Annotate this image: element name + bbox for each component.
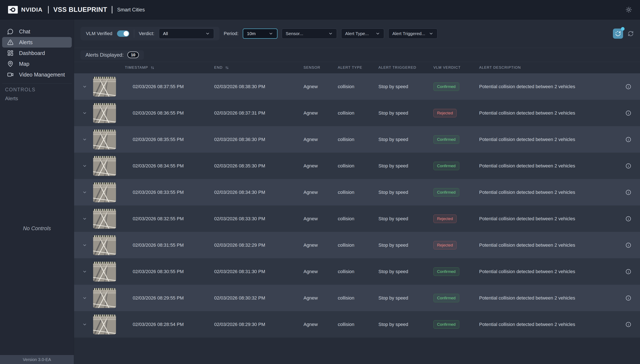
info-icon[interactable]: [626, 216, 631, 222]
chevron-down-icon[interactable]: [82, 137, 87, 142]
chevron-down-icon: [205, 31, 210, 36]
timestamp-cell: 02/03/2026 08:35:55 PM: [125, 137, 214, 142]
vlm-verdict-badge: Confirmed: [434, 82, 459, 91]
sensor-cell: Agnew: [304, 295, 338, 301]
column-header-timestamp[interactable]: TIMESTAMP: [125, 66, 214, 70]
sort-icon[interactable]: [150, 66, 155, 70]
alert-type-select[interactable]: Alert Type...: [341, 28, 384, 39]
alert-thumbnail[interactable]: [93, 77, 116, 96]
vlm-verdict-cell: Confirmed: [434, 320, 479, 329]
row-expand-cell: [80, 322, 89, 327]
auto-refresh-button[interactable]: [613, 28, 623, 39]
info-icon[interactable]: [626, 84, 631, 90]
sensor-select[interactable]: Sensor...: [282, 28, 337, 39]
info-icon[interactable]: [626, 242, 631, 248]
info-icon[interactable]: [626, 322, 631, 327]
table-row[interactable]: 02/03/2026 08:33:55 PM 02/03/2026 08:34:…: [74, 179, 640, 206]
table-row[interactable]: 02/03/2026 08:35:55 PM 02/03/2026 08:36:…: [74, 126, 640, 152]
chevron-down-icon[interactable]: [82, 190, 87, 195]
description-cell: Potential collision detected between 2 v…: [479, 190, 625, 195]
theme-toggle-sun-icon[interactable]: [626, 6, 632, 13]
sidebar-item-video-management[interactable]: Video Management: [2, 69, 72, 80]
alert-thumbnail[interactable]: [93, 314, 116, 334]
sensor-cell: Agnew: [304, 190, 338, 195]
alert-triggered-cell: Stop by speed: [378, 110, 434, 116]
table-row[interactable]: 02/03/2026 08:31:55 PM 02/03/2026 08:32:…: [74, 232, 640, 258]
sidebar-item-dashboard[interactable]: Dashboard: [2, 48, 72, 58]
table-row[interactable]: 02/03/2026 08:34:55 PM 02/03/2026 08:35:…: [74, 152, 640, 179]
table-row[interactable]: 02/03/2026 08:28:54 PM 02/03/2026 08:29:…: [74, 311, 640, 338]
verdict-label: Verdict:: [139, 31, 154, 36]
row-expand-cell: [80, 296, 89, 300]
sidebar-item-label: Video Management: [19, 72, 65, 78]
table-row[interactable]: 02/03/2026 08:36:55 PM 02/03/2026 08:37:…: [74, 100, 640, 126]
alert-thumbnail[interactable]: [93, 288, 116, 308]
sensor-cell: Agnew: [304, 216, 338, 222]
chevron-down-icon[interactable]: [82, 269, 87, 274]
timestamp-cell: 02/03/2026 08:34:55 PM: [125, 163, 214, 169]
sidebar-item-map[interactable]: Map: [2, 58, 72, 69]
table-row[interactable]: 02/03/2026 08:32:55 PM 02/03/2026 08:33:…: [74, 206, 640, 232]
vlm-verdict-badge: Confirmed: [434, 188, 459, 196]
end-cell: 02/03/2026 08:36:30 PM: [214, 137, 304, 142]
chevron-down-icon[interactable]: [82, 164, 87, 168]
table-row[interactable]: 02/03/2026 08:37:55 PM 02/03/2026 08:38:…: [74, 73, 640, 100]
info-cell: [625, 269, 634, 274]
alert-thumbnail[interactable]: [93, 130, 116, 150]
dashboard-grid-icon: [7, 50, 14, 56]
sidebar-item-alerts[interactable]: Alerts: [2, 37, 72, 48]
refresh-icon[interactable]: [628, 31, 634, 36]
chevron-down-icon: [375, 31, 380, 36]
sensor-cell: Agnew: [304, 137, 338, 142]
alert-thumbnail[interactable]: [93, 156, 116, 176]
alert-thumbnail[interactable]: [93, 235, 116, 255]
chevron-down-icon: [269, 31, 273, 36]
alert-type-placeholder: Alert Type...: [345, 31, 369, 36]
period-select[interactable]: 10m: [243, 28, 278, 39]
info-icon[interactable]: [626, 190, 631, 195]
column-header-end[interactable]: END: [214, 66, 304, 70]
period-label: Period:: [224, 31, 239, 36]
info-icon[interactable]: [626, 137, 631, 142]
sidebar-item-chat[interactable]: Chat: [2, 26, 72, 37]
alert-type-cell: collision: [338, 242, 378, 248]
alert-type-cell: collision: [338, 269, 378, 274]
alert-thumbnail[interactable]: [93, 209, 116, 229]
verdict-select[interactable]: All: [159, 28, 214, 39]
thumbnail-cell: [89, 77, 125, 96]
column-header-alert-description: ALERT DESCRIPTION: [479, 66, 625, 70]
vlm-verdict-badge: Rejected: [434, 214, 457, 223]
chevron-down-icon[interactable]: [82, 296, 87, 300]
chevron-down-icon[interactable]: [82, 243, 87, 248]
timestamp-cell: 02/03/2026 08:31:55 PM: [125, 242, 214, 248]
vlm-verdict-cell: Rejected: [434, 109, 479, 117]
version-footer: Version 3.0-EA: [0, 355, 74, 364]
info-icon[interactable]: [626, 110, 631, 116]
vlm-verdict-cell: Confirmed: [434, 294, 479, 302]
alerts-count-badge: 10: [127, 52, 139, 58]
table-row[interactable]: 02/03/2026 08:29:55 PM 02/03/2026 08:30:…: [74, 285, 640, 311]
chat-icon: [7, 28, 14, 35]
vlm-verified-toggle[interactable]: [117, 30, 129, 37]
info-icon[interactable]: [626, 163, 631, 169]
chevron-down-icon[interactable]: [82, 216, 87, 221]
info-icon[interactable]: [626, 269, 631, 274]
alert-type-cell: collision: [338, 137, 378, 142]
sort-icon[interactable]: [225, 66, 229, 70]
vlm-verified-label: VLM Verified: [86, 31, 112, 36]
thumbnail-cell: [89, 235, 125, 255]
timestamp-cell: 02/03/2026 08:28:54 PM: [125, 322, 214, 327]
chevron-down-icon[interactable]: [82, 111, 87, 116]
timestamp-cell: 02/03/2026 08:33:55 PM: [125, 190, 214, 195]
alert-thumbnail[interactable]: [93, 182, 116, 202]
table-row[interactable]: 02/03/2026 08:30:55 PM 02/03/2026 08:31:…: [74, 258, 640, 285]
timestamp-cell: 02/03/2026 08:37:55 PM: [125, 84, 214, 90]
end-cell: 02/03/2026 08:31:30 PM: [214, 269, 304, 274]
alert-thumbnail[interactable]: [93, 262, 116, 282]
alert-thumbnail[interactable]: [93, 103, 116, 123]
chevron-down-icon[interactable]: [82, 322, 87, 327]
info-icon[interactable]: [626, 295, 631, 301]
chevron-down-icon[interactable]: [82, 84, 87, 89]
alert-triggered-select[interactable]: Alert Triggered...: [388, 28, 438, 39]
vlm-verdict-badge: Rejected: [434, 109, 457, 117]
